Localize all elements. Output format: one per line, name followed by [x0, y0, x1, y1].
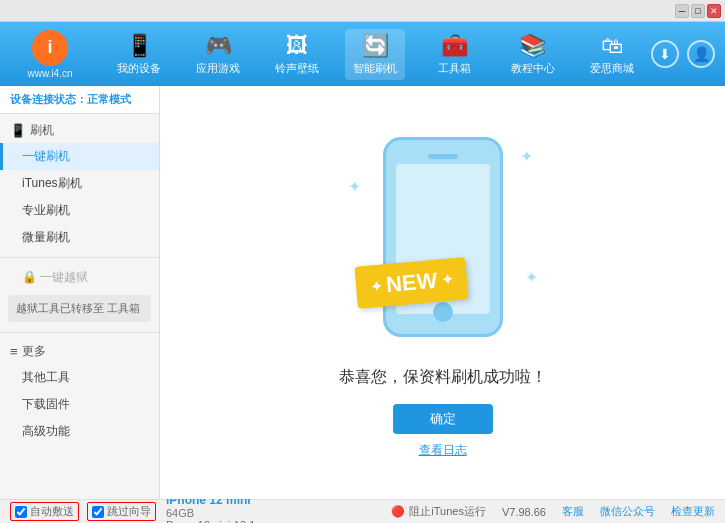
main-area: 设备连接状态：正常模式 📱 刷机 一键刷机 iTunes刷机 专业刷机 微量刷机… [0, 86, 725, 499]
flash-section: 📱 刷机 一键刷机 iTunes刷机 专业刷机 微量刷机 [0, 114, 159, 255]
flash-group-icon: 📱 [10, 123, 26, 138]
phone-home-button [433, 302, 453, 322]
nav-my-device-label: 我的设备 [117, 61, 161, 76]
nav-shop-label: 爱思商城 [590, 61, 634, 76]
my-device-icon: 📱 [126, 33, 153, 59]
maximize-button[interactable]: □ [691, 4, 705, 18]
jailbreak-note: 越狱工具已转移至 工具箱 [8, 295, 151, 322]
bottom-bar: 自动敷送 跳过向导 iPhone 12 mini 64GB Down-12min… [0, 499, 725, 523]
itunes-status-label: 阻止iTunes运行 [409, 504, 486, 519]
sidebar-item-one-key-flash[interactable]: 一键刷机 [0, 143, 159, 170]
app-game-icon: 🎮 [205, 33, 232, 59]
confirm-button[interactable]: 确定 [393, 404, 493, 434]
title-bar: ─ □ ✕ [0, 0, 725, 22]
nav-toolbox[interactable]: 🧰 工具箱 [424, 29, 484, 80]
skip-wizard-checkbox-wrap[interactable]: 跳过向导 [87, 502, 156, 521]
bottom-bar-left: 自动敷送 跳过向导 [10, 502, 156, 521]
more-group-label: 更多 [22, 343, 46, 360]
auto-send-label: 自动敷送 [30, 504, 74, 519]
nav-logo: i www.i4.cn [10, 30, 90, 79]
content-area: ✦ ✦ ✦ ✦ NEW ✦ 恭喜您，保资料刷机成功啦！ 确定 查看日志 [160, 86, 725, 499]
nav-shop[interactable]: 🛍 爱思商城 [582, 29, 642, 80]
device-storage: 64GB [166, 507, 255, 519]
sidebar-item-save-flash[interactable]: 微量刷机 [0, 224, 159, 251]
logo-icon: i [32, 30, 68, 66]
close-button[interactable]: ✕ [707, 4, 721, 18]
sidebar-item-other-tools[interactable]: 其他工具 [0, 364, 159, 391]
star-1: ✦ [520, 147, 533, 166]
flash-group-label: 刷机 [30, 122, 54, 139]
sidebar-item-download-fw[interactable]: 下载固件 [0, 391, 159, 418]
nav-items: 📱 我的设备 🎮 应用游戏 🖼 铃声壁纸 🔄 智能刷机 🧰 工具箱 📚 教程中心… [100, 29, 651, 80]
jailbreak-disabled: 🔒 一键越狱 [0, 264, 159, 291]
phone-speaker [428, 154, 458, 159]
smart-flash-icon: 🔄 [362, 33, 389, 59]
device-model: Down-12mini-13,1 [166, 519, 255, 524]
minimize-button[interactable]: ─ [675, 4, 689, 18]
nav-my-device[interactable]: 📱 我的设备 [109, 29, 169, 80]
more-group-icon: ≡ [10, 344, 18, 359]
status-value: 正常模式 [87, 93, 131, 105]
new-badge: ✦ NEW ✦ [354, 257, 469, 309]
jailbreak-section: 🔒 一键越狱 越狱工具已转移至 工具箱 [0, 260, 159, 330]
support-link[interactable]: 客服 [562, 504, 584, 519]
itunes-status: 🔴 阻止iTunes运行 [391, 504, 486, 519]
more-group-header[interactable]: ≡ 更多 [0, 339, 159, 364]
sidebar-divider-2 [0, 332, 159, 333]
sidebar-divider-1 [0, 257, 159, 258]
itunes-status-icon: 🔴 [391, 505, 405, 518]
skip-wizard-checkbox[interactable] [92, 506, 104, 518]
version-label: V7.98.66 [502, 506, 546, 518]
nav-app-game[interactable]: 🎮 应用游戏 [188, 29, 248, 80]
nav-smart-flash-label: 智能刷机 [353, 61, 397, 76]
sidebar-item-pro-flash[interactable]: 专业刷机 [0, 197, 159, 224]
wallpaper-icon: 🖼 [286, 33, 308, 59]
auto-send-checkbox[interactable] [15, 506, 27, 518]
success-message: 恭喜您，保资料刷机成功啦！ [339, 367, 547, 388]
nav-wallpaper[interactable]: 🖼 铃声壁纸 [267, 29, 327, 80]
download-button[interactable]: ⬇ [651, 40, 679, 68]
tutorial-icon: 📚 [519, 33, 546, 59]
auto-send-checkbox-wrap[interactable]: 自动敷送 [10, 502, 79, 521]
toolbox-icon: 🧰 [441, 33, 468, 59]
more-section: ≡ 更多 其他工具 下载固件 高级功能 [0, 335, 159, 449]
nav-wallpaper-label: 铃声壁纸 [275, 61, 319, 76]
wechat-link[interactable]: 微信公众号 [600, 504, 655, 519]
shop-icon: 🛍 [601, 33, 623, 59]
phone-illustration: ✦ NEW ✦ [383, 137, 503, 337]
nav-toolbox-label: 工具箱 [438, 61, 471, 76]
status-label: 设备连接状态： [10, 93, 87, 105]
update-link[interactable]: 检查更新 [671, 504, 715, 519]
nav-bar: i www.i4.cn 📱 我的设备 🎮 应用游戏 🖼 铃声壁纸 🔄 智能刷机 … [0, 22, 725, 86]
logo-url: www.i4.cn [27, 68, 72, 79]
sidebar-item-itunes-flash[interactable]: iTunes刷机 [0, 170, 159, 197]
nav-tutorial-label: 教程中心 [511, 61, 555, 76]
sidebar: 设备连接状态：正常模式 📱 刷机 一键刷机 iTunes刷机 专业刷机 微量刷机… [0, 86, 160, 499]
sidebar-item-advanced[interactable]: 高级功能 [0, 418, 159, 445]
daily-log-button[interactable]: 查看日志 [419, 442, 467, 459]
connection-status: 设备连接状态：正常模式 [0, 86, 159, 114]
skip-wizard-label: 跳过向导 [107, 504, 151, 519]
flash-group-header[interactable]: 📱 刷机 [0, 118, 159, 143]
profile-button[interactable]: 👤 [687, 40, 715, 68]
nav-right: ⬇ 👤 [651, 40, 715, 68]
star-3: ✦ [525, 268, 538, 287]
nav-tutorial[interactable]: 📚 教程中心 [503, 29, 563, 80]
new-badge-text: NEW [384, 267, 437, 297]
bottom-bar-right: 🔴 阻止iTunes运行 V7.98.66 客服 微信公众号 检查更新 [391, 504, 715, 519]
illustration: ✦ ✦ ✦ ✦ NEW ✦ [343, 127, 543, 347]
nav-smart-flash[interactable]: 🔄 智能刷机 [345, 29, 405, 80]
star-2: ✦ [348, 177, 361, 196]
nav-app-game-label: 应用游戏 [196, 61, 240, 76]
